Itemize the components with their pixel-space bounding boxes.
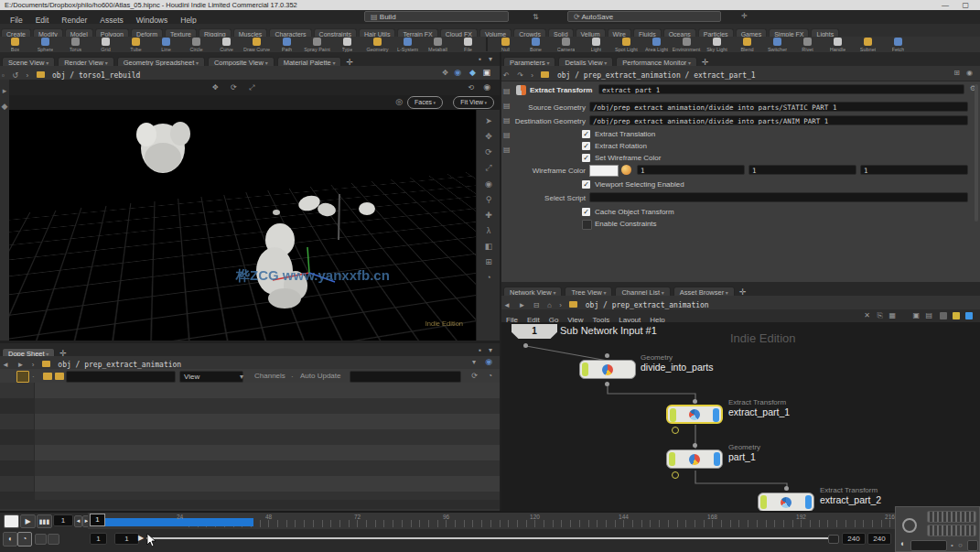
options-button[interactable] (967, 540, 978, 551)
history-icon[interactable]: ↺ (10, 71, 20, 80)
shelf-tool[interactable]: Spot Light (611, 38, 641, 52)
add-toolbar-icon[interactable]: ✛ (741, 13, 748, 20)
scale-tool-icon[interactable]: ⤢ (249, 84, 254, 92)
input-dot[interactable] (693, 443, 697, 448)
maximize-button[interactable]: ▢ (962, 0, 969, 10)
node-display-flag[interactable] (713, 408, 719, 422)
shelf-tool[interactable]: Light (581, 38, 611, 52)
shelf-tab[interactable]: Constraints (314, 28, 357, 37)
playback-start-field[interactable]: 1 (114, 533, 139, 545)
wire-b-field[interactable]: 1 (860, 165, 968, 175)
gauge-icon[interactable] (902, 518, 917, 533)
shelf-tab[interactable]: Particles (698, 28, 734, 37)
shelf-tab[interactable]: Model (65, 28, 93, 37)
play-button[interactable]: ▶ (20, 514, 36, 528)
undo-icon[interactable]: ↶ (501, 71, 512, 80)
clock-icon[interactable]: ◔ (477, 273, 501, 282)
channel-group-icon[interactable] (55, 373, 64, 380)
shelf-tool[interactable]: Path (272, 38, 302, 52)
mute-toggle[interactable] (48, 534, 59, 545)
shelf-tool[interactable]: Type (332, 38, 362, 52)
network-breadcrumb[interactable]: obj / prep_extract_animation (586, 301, 709, 309)
shelf-tab[interactable]: Games (736, 28, 768, 37)
copy-icon[interactable]: ⎘ (878, 312, 883, 319)
back-icon[interactable]: ◄ (0, 361, 11, 369)
output-dot[interactable] (523, 343, 528, 348)
range-slider-endcap[interactable] (828, 535, 839, 544)
expand-icon[interactable]: ▸ (0, 86, 9, 95)
autoupdate-field[interactable] (350, 371, 461, 383)
input-dot[interactable] (605, 353, 609, 358)
shelf-tab[interactable]: Crowds (513, 28, 546, 37)
cache-transform-checkbox[interactable]: ✓ (582, 208, 590, 216)
shelf-tool[interactable]: Fetch (883, 38, 913, 52)
rotate-tool-icon[interactable]: ⟳ (231, 84, 237, 92)
bypass-ring[interactable] (672, 427, 679, 434)
destination-geometry-field[interactable]: /obj/prep_extract_animation/divide_into_… (589, 115, 968, 125)
subnet-input-node[interactable]: 1 (512, 324, 557, 339)
shelf-tool[interactable]: Curve (211, 38, 242, 52)
shelf-tool[interactable]: Spray Paint (302, 38, 332, 52)
shelf-tool[interactable]: Sphere (30, 38, 60, 52)
extract-rotation-checkbox[interactable]: ✓ (582, 142, 590, 150)
fps-dropdown[interactable] (910, 540, 947, 551)
layout-icon[interactable]: ⊞ (953, 70, 960, 77)
input-dot[interactable] (693, 399, 697, 404)
lambda-icon[interactable]: λ (477, 226, 501, 235)
shelf-tab[interactable]: Texture (165, 28, 197, 37)
range-slider-groove[interactable] (146, 537, 835, 539)
rows-icon[interactable]: ▤ (925, 312, 932, 319)
shelf-tab[interactable]: Polygon (95, 28, 129, 37)
timeline[interactable]: 1 24487296120144168192216 (88, 513, 980, 529)
shelf-tab[interactable]: Simple FX (769, 28, 809, 37)
forward-icon[interactable]: ► (15, 361, 26, 369)
extract-translation-checkbox[interactable]: ✓ (582, 130, 590, 138)
dopesheet-toggle-icon[interactable]: ◖ (3, 532, 17, 547)
pane-menu-icon[interactable]: ▾ (489, 56, 492, 63)
tab-strip-icon[interactable]: ▤ (503, 88, 511, 95)
current-frame-field[interactable]: 1 (53, 514, 73, 526)
shelf-tab[interactable]: Characters (269, 28, 311, 37)
params-scrollbar[interactable] (975, 84, 978, 222)
horizontal-splitter[interactable] (0, 341, 500, 343)
wire-r-field[interactable]: 1 (637, 165, 745, 175)
pane-menu-icon[interactable]: ▾ (489, 347, 492, 354)
shelf-tool[interactable]: Geometry (362, 38, 393, 52)
minimize-button[interactable]: — (942, 0, 949, 10)
wire-g-field[interactable]: 1 (748, 165, 856, 175)
node-extract-part-2[interactable] (758, 492, 814, 511)
params-breadcrumb[interactable]: obj / prep_extract_animation / extract_p… (557, 71, 756, 80)
bypass-ring[interactable] (672, 471, 679, 479)
network-canvas[interactable]: Indie Edition 1 Sub Network Input #1 Geo… (501, 322, 980, 511)
source-geometry-field[interactable]: /obj/prep_extract_animation/divide_into_… (589, 102, 968, 112)
shelf-tool[interactable]: Null (490, 38, 521, 52)
scene-viewport[interactable]: 桦ZCG www.yanxxfb.cn Indie Edition (9, 110, 476, 341)
pane-maximize-icon[interactable]: ▪ (479, 347, 481, 354)
node-part-1[interactable] (666, 449, 723, 469)
add-icon[interactable]: ✚ (477, 211, 501, 220)
shelf-tab[interactable]: Deform (131, 28, 163, 37)
playback-mode-button[interactable] (927, 511, 976, 523)
refresh-icon[interactable]: ⟳ (471, 373, 478, 380)
shelf-tab[interactable]: Volume (479, 28, 512, 37)
up-level-icon[interactable]: ⊟ (532, 301, 542, 309)
grid-icon[interactable]: ▣ (912, 312, 920, 319)
shelf-tool[interactable]: Torus (60, 38, 91, 52)
viewport-selecting-checkbox[interactable]: ✓ (582, 180, 590, 189)
shelf-tab[interactable]: Muscles (233, 28, 268, 37)
shelf-tab[interactable]: Cloud FX (440, 28, 478, 37)
dopesheet-breadcrumb[interactable]: obj / prep_extract_animation (58, 361, 181, 369)
current-frame-marker[interactable]: 1 (90, 514, 105, 526)
shelf-tool[interactable]: L-System (393, 38, 423, 52)
input-dot[interactable] (784, 486, 789, 491)
range-end-field[interactable]: 240 (867, 533, 891, 545)
node-name-field[interactable]: extract_part_1 (598, 84, 964, 94)
shelf-tab[interactable]: Solid (548, 28, 574, 37)
playback-speed-button[interactable] (927, 525, 976, 536)
shelf-tab[interactable]: Modify (33, 28, 63, 37)
shelf-tool[interactable]: Subnet (853, 38, 883, 52)
pane-menu-icon[interactable]: ▾ (472, 359, 476, 366)
tab-strip-icon[interactable]: ▤ (503, 146, 511, 154)
pin-icon[interactable]: ◉ (966, 70, 973, 77)
rotate-icon[interactable]: ⟳ (477, 147, 501, 157)
